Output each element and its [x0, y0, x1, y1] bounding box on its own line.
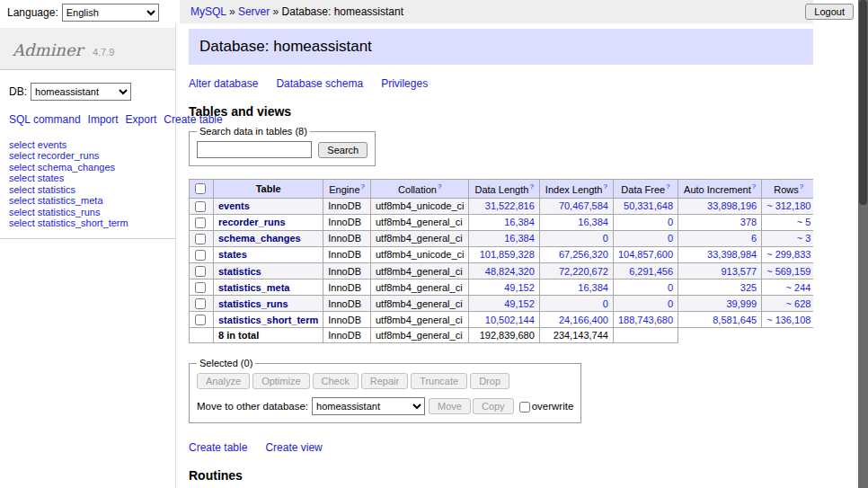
data-length-link[interactable]: 31,522,816	[485, 200, 535, 211]
db-action-link[interactable]: Alter database	[189, 77, 258, 90]
rows-count-link[interactable]: ~ 3	[797, 233, 811, 244]
table-name-link[interactable]: recorder_runs	[218, 217, 286, 227]
sidebar-table-link[interactable]: select schema_changes	[9, 162, 166, 173]
index-length-link[interactable]: 70,467,584	[559, 200, 608, 211]
scrollbar[interactable]	[858, 0, 868, 488]
selected-action-optimize-button[interactable]: Optimize	[252, 373, 309, 389]
column-help-icon[interactable]: ?	[752, 182, 756, 191]
rows-count-link[interactable]: ~ 569,159	[766, 266, 810, 277]
column-header-index-length[interactable]: Index Length?	[539, 180, 613, 199]
sidebar-table-link[interactable]: select statistics_meta	[9, 195, 166, 207]
language-select[interactable]: English	[62, 4, 159, 22]
row-checkbox[interactable]	[195, 298, 206, 309]
data-free-link[interactable]: 0	[668, 282, 673, 293]
data-free-link[interactable]: 0	[668, 233, 673, 244]
data-length-link[interactable]: 101,859,328	[480, 249, 535, 260]
sidebar-action-link[interactable]: Import	[88, 113, 119, 126]
copy-button[interactable]: Copy	[473, 398, 514, 414]
column-header-auto-increment[interactable]: Auto Increment?	[678, 180, 762, 199]
app-name[interactable]: Adminer	[13, 40, 83, 59]
column-header-collation[interactable]: Collation?	[371, 180, 469, 199]
create-link[interactable]: Create view	[265, 441, 322, 454]
auto-increment-link[interactable]: 378	[740, 217, 757, 227]
db-action-link[interactable]: Database schema	[276, 77, 363, 90]
db-action-link[interactable]: Privileges	[381, 77, 428, 90]
logout-button[interactable]: Logout	[805, 4, 854, 20]
search-button[interactable]: Search	[318, 142, 368, 158]
rows-count-link[interactable]: ~ 628	[786, 298, 811, 309]
column-help-icon[interactable]: ?	[529, 182, 533, 191]
column-header-data-free[interactable]: Data Free?	[613, 180, 678, 199]
search-input[interactable]	[197, 141, 312, 158]
data-free-link[interactable]: 188,743,680	[618, 315, 673, 325]
auto-increment-link[interactable]: 8,581,645	[713, 315, 757, 325]
row-checkbox[interactable]	[195, 217, 206, 228]
table-name-link[interactable]: statistics_short_term	[218, 315, 318, 325]
column-help-icon[interactable]: ?	[666, 182, 669, 191]
column-header-rows[interactable]: Rows?	[762, 180, 813, 199]
column-header-table[interactable]: Table	[214, 180, 323, 199]
table-name-link[interactable]: statistics	[218, 266, 261, 277]
breadcrumb-link[interactable]: MySQL	[190, 5, 226, 18]
rows-count-link[interactable]: ~ 312,180	[766, 200, 810, 211]
selected-action-check-button[interactable]: Check	[313, 373, 359, 389]
index-length-link[interactable]: 67,256,320	[559, 249, 608, 260]
sidebar-table-link[interactable]: select events	[9, 139, 166, 151]
data-free-link[interactable]: 50,331,648	[624, 200, 673, 211]
index-length-link[interactable]: 16,384	[578, 217, 608, 227]
index-length-link[interactable]: 72,220,672	[559, 266, 608, 277]
data-length-link[interactable]: 49,152	[504, 282, 535, 293]
data-free-link[interactable]: 0	[668, 298, 673, 309]
column-header-data-length[interactable]: Data Length?	[469, 180, 539, 199]
index-length-link[interactable]: 0	[603, 298, 608, 309]
scrollbar-thumb[interactable]	[859, 0, 867, 205]
table-name-link[interactable]: statistics_runs	[218, 298, 288, 309]
row-checkbox[interactable]	[195, 250, 206, 261]
data-free-link[interactable]: 0	[668, 217, 673, 227]
row-checkbox[interactable]	[195, 266, 206, 277]
auto-increment-link[interactable]: 913,577	[721, 266, 757, 277]
selected-action-drop-button[interactable]: Drop	[470, 373, 509, 389]
sidebar-table-link[interactable]: select statistics_short_term	[9, 217, 166, 229]
data-free-link[interactable]: 104,857,600	[618, 249, 673, 260]
column-help-icon[interactable]: ?	[800, 182, 803, 191]
index-length-link[interactable]: 16,384	[578, 282, 608, 293]
sidebar-table-link[interactable]: select statistics	[9, 184, 166, 196]
breadcrumb-link[interactable]: Server	[238, 5, 270, 18]
column-help-icon[interactable]: ?	[361, 182, 365, 191]
column-help-icon[interactable]: ?	[603, 182, 607, 191]
auto-increment-link[interactable]: 6	[751, 233, 757, 244]
sidebar-table-link[interactable]: select statistics_runs	[9, 207, 166, 218]
index-length-link[interactable]: 0	[603, 233, 608, 244]
move-button[interactable]: Move	[429, 398, 471, 414]
table-name-link[interactable]: states	[218, 249, 247, 260]
rows-count-link[interactable]: ~ 136,108	[766, 315, 810, 325]
table-name-link[interactable]: events	[218, 200, 250, 211]
data-length-link[interactable]: 49,152	[504, 298, 535, 309]
rows-count-link[interactable]: ~ 244	[786, 282, 811, 293]
index-length-link[interactable]: 24,166,400	[559, 315, 608, 325]
overwrite-checkbox[interactable]	[519, 402, 530, 413]
data-free-link[interactable]: 6,291,456	[629, 266, 673, 277]
sidebar-table-link[interactable]: select recorder_runs	[9, 150, 166, 162]
select-all-checkbox[interactable]	[195, 183, 206, 194]
selected-action-repair-button[interactable]: Repair	[361, 373, 408, 389]
column-help-icon[interactable]: ?	[438, 182, 441, 191]
create-link[interactable]: Create table	[189, 441, 247, 454]
row-checkbox[interactable]	[195, 201, 206, 212]
sidebar-action-link[interactable]: Export	[126, 113, 157, 126]
data-length-link[interactable]: 10,502,144	[485, 315, 535, 325]
rows-count-link[interactable]: ~ 299,833	[766, 249, 810, 260]
row-checkbox[interactable]	[195, 234, 206, 244]
column-header-engine[interactable]: Engine?	[323, 180, 371, 199]
rows-count-link[interactable]: ~ 5	[797, 217, 811, 227]
move-db-select[interactable]: homeassistant	[312, 397, 425, 415]
selected-action-truncate-button[interactable]: Truncate	[411, 373, 467, 389]
sidebar-action-link[interactable]: SQL command	[9, 113, 81, 126]
auto-increment-link[interactable]: 39,999	[727, 298, 757, 309]
row-checkbox[interactable]	[195, 282, 206, 293]
selected-action-analyze-button[interactable]: Analyze	[197, 373, 250, 389]
auto-increment-link[interactable]: 33,398,984	[707, 249, 757, 260]
auto-increment-link[interactable]: 325	[740, 282, 757, 293]
table-name-link[interactable]: statistics_meta	[218, 282, 290, 293]
